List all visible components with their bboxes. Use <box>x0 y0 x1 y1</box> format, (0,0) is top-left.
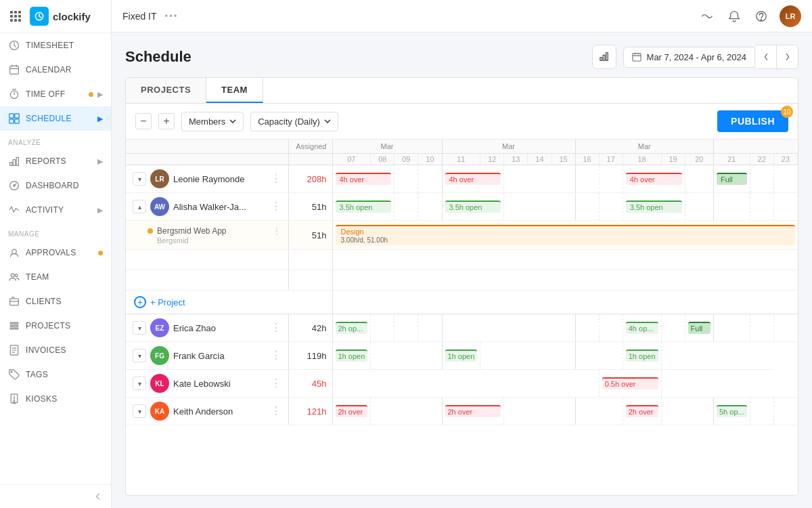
assigned-keith: 121h <box>288 398 332 425</box>
collapse-btn-kate[interactable]: ▾ <box>133 377 146 390</box>
sidebar-item-invoices[interactable]: INVOICES <box>0 338 111 362</box>
more-options-alisha[interactable]: ⋮ <box>271 201 281 212</box>
sidebar-item-dashboard[interactable]: DASHBOARD <box>0 173 111 198</box>
more-options-keith[interactable]: ⋮ <box>271 406 281 417</box>
col-12: 12 <box>480 154 504 165</box>
tags-icon <box>8 368 20 381</box>
svg-point-21 <box>14 185 15 186</box>
topbar-help-icon[interactable] <box>752 7 770 25</box>
collapse-btn-keith[interactable]: ▾ <box>133 404 146 418</box>
more-options-erica[interactable]: ⋮ <box>271 322 281 333</box>
clock-icon <box>8 39 20 51</box>
svg-rect-18 <box>13 160 15 166</box>
table-row: ▾ KL Kate Lebowski ⋮ 45h 0.5h over <box>126 370 798 398</box>
svg-rect-25 <box>10 299 19 305</box>
sidebar-item-time-off[interactable]: TIME OFF ▶ <box>0 82 111 106</box>
project-name-bergsmid: Bergsmid Web App <box>157 226 227 236</box>
svg-rect-13 <box>9 114 14 118</box>
approvals-dot <box>98 251 103 255</box>
logo-text: clockify <box>53 11 91 22</box>
svg-rect-15 <box>9 119 14 123</box>
col-16: 16 <box>575 154 599 165</box>
publish-button[interactable]: PUBLISH <box>717 110 788 132</box>
sidebar-label-kiosks: KIOSKS <box>26 394 57 404</box>
invoices-icon <box>8 344 20 356</box>
page-title: Schedule <box>125 48 191 66</box>
collapse-btn-erica[interactable]: ▾ <box>133 321 146 335</box>
svg-rect-8 <box>18 19 21 22</box>
svg-rect-3 <box>10 15 13 18</box>
topbar-bell-icon[interactable] <box>725 7 743 25</box>
sidebar-item-timesheet[interactable]: TIMESHEET <box>0 33 111 58</box>
tab-team[interactable]: TEAM <box>206 78 263 103</box>
sidebar-item-kiosks[interactable]: KIOSKS <box>0 387 111 411</box>
sidebar-label-clients: CLIENTS <box>26 297 62 306</box>
collapse-btn-frank[interactable]: ▾ <box>133 349 146 362</box>
col-group-extra <box>714 140 798 154</box>
avatar-erica: EZ <box>150 318 169 337</box>
table-row: ▾ EZ Erica Zhao ⋮ 42h 2h op... <box>126 314 798 342</box>
chart-view-btn[interactable] <box>592 45 616 69</box>
table-row <box>126 250 798 270</box>
add-project-btn[interactable]: + + Project <box>134 296 324 308</box>
sidebar-item-clients[interactable]: CLIENTS <box>0 289 111 314</box>
col-18: 18 <box>623 154 661 165</box>
topbar-more-dots[interactable]: ••• <box>165 11 179 21</box>
more-options-leonie[interactable]: ⋮ <box>271 173 281 184</box>
assigned-erica: 42h <box>288 314 332 342</box>
collapse-btn-leonie[interactable]: ▾ <box>133 172 146 186</box>
dashboard-icon <box>8 179 20 192</box>
avatar-kate: KL <box>150 374 169 393</box>
col-09: 09 <box>394 154 418 165</box>
member-name-keith: Keith Anderson <box>173 406 233 417</box>
col-header-assigned2 <box>288 154 332 165</box>
more-options-frank[interactable]: ⋮ <box>271 350 281 361</box>
assigned-kate: 45h <box>288 370 332 398</box>
sidebar-label-invoices: INVOICES <box>26 345 66 355</box>
sidebar-item-team[interactable]: TEAM <box>0 265 111 289</box>
member-name-frank: Frank García <box>173 351 225 361</box>
col-header-name <box>126 140 288 154</box>
sidebar-item-activity[interactable]: ActivITY ▶ <box>0 198 111 222</box>
sidebar-item-reports[interactable]: REPORTS ▶ <box>0 149 111 173</box>
table-row: ▴ AW Alisha Walker-Ja... ⋮ 51h 3.5h open <box>126 193 798 221</box>
reports-arrow: ▶ <box>97 157 103 166</box>
activity-arrow: ▶ <box>97 206 103 215</box>
members-dropdown[interactable]: Members <box>181 112 244 131</box>
sidebar-item-tags[interactable]: TAGS <box>0 362 111 387</box>
sidebar-item-calendar[interactable]: CALENDAR <box>0 58 111 82</box>
more-options-bergsmid[interactable]: ⋮ <box>272 226 281 236</box>
topbar-activity-icon[interactable] <box>698 7 716 25</box>
manage-section-header: MANAGE <box>0 222 111 240</box>
col-group-mar1: Mar <box>332 140 442 154</box>
member-name-erica: Erica Zhao <box>173 323 216 333</box>
add-row-btn[interactable]: − <box>135 113 152 129</box>
sidebar-collapse-btn[interactable] <box>0 484 111 508</box>
avatar-leonie: LR <box>150 169 169 188</box>
sidebar-item-approvals[interactable]: APPROVALS <box>0 240 111 265</box>
prev-date-btn[interactable] <box>755 45 777 69</box>
tab-projects[interactable]: PROJECTS <box>126 78 206 103</box>
calendar-icon <box>8 64 20 76</box>
remove-row-btn[interactable]: + <box>158 113 175 129</box>
collapse-btn-alisha[interactable]: ▴ <box>133 200 146 213</box>
svg-rect-32 <box>600 58 602 60</box>
next-date-btn[interactable] <box>777 45 798 69</box>
date-range-text: Mar 7, 2024 - Apr 6, 2024 <box>647 52 746 62</box>
more-options-kate[interactable]: ⋮ <box>271 378 281 389</box>
col-header-name2 <box>126 154 288 165</box>
avatar[interactable]: LR <box>780 5 801 27</box>
team-icon <box>8 271 20 283</box>
sidebar-logo[interactable]: clockify <box>30 7 91 26</box>
sidebar-item-schedule[interactable]: SCHEDULE ▶ <box>0 106 111 131</box>
sidebar-item-projects[interactable]: PROJECTS <box>0 314 111 338</box>
app-switcher-icon[interactable] <box>8 9 23 24</box>
main-area: Fixed IT ••• LR Schedule <box>112 0 812 508</box>
svg-rect-7 <box>14 19 17 22</box>
svg-rect-5 <box>18 15 21 18</box>
svg-rect-14 <box>15 114 19 118</box>
table-row: ▾ FG Frank García ⋮ 119h 1h open <box>126 342 798 370</box>
svg-point-29 <box>14 400 15 402</box>
sidebar-label-approvals: APPROVALS <box>26 248 76 257</box>
capacity-dropdown[interactable]: Capacity (Daily) <box>250 112 338 131</box>
